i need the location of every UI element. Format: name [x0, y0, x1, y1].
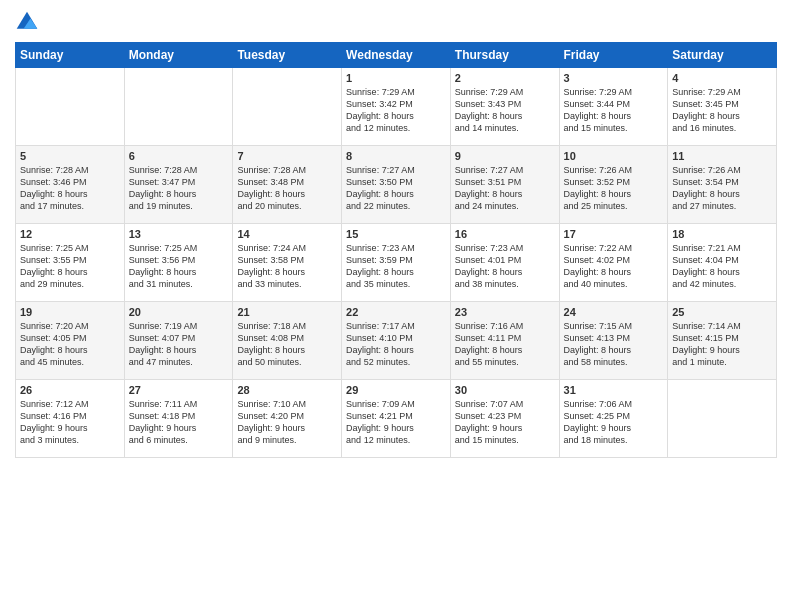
- day-info: Sunrise: 7:07 AM Sunset: 4:23 PM Dayligh…: [455, 398, 555, 447]
- week-row-5: 26Sunrise: 7:12 AM Sunset: 4:16 PM Dayli…: [16, 380, 777, 458]
- weekday-header-thursday: Thursday: [450, 43, 559, 68]
- day-cell: 30Sunrise: 7:07 AM Sunset: 4:23 PM Dayli…: [450, 380, 559, 458]
- day-number: 20: [129, 306, 229, 318]
- logo: [15, 10, 43, 34]
- day-number: 30: [455, 384, 555, 396]
- day-info: Sunrise: 7:25 AM Sunset: 3:55 PM Dayligh…: [20, 242, 120, 291]
- day-number: 12: [20, 228, 120, 240]
- day-cell: 3Sunrise: 7:29 AM Sunset: 3:44 PM Daylig…: [559, 68, 668, 146]
- day-cell: 5Sunrise: 7:28 AM Sunset: 3:46 PM Daylig…: [16, 146, 125, 224]
- day-info: Sunrise: 7:23 AM Sunset: 3:59 PM Dayligh…: [346, 242, 446, 291]
- day-info: Sunrise: 7:11 AM Sunset: 4:18 PM Dayligh…: [129, 398, 229, 447]
- day-number: 5: [20, 150, 120, 162]
- day-number: 23: [455, 306, 555, 318]
- day-cell: 13Sunrise: 7:25 AM Sunset: 3:56 PM Dayli…: [124, 224, 233, 302]
- day-info: Sunrise: 7:29 AM Sunset: 3:45 PM Dayligh…: [672, 86, 772, 135]
- day-number: 6: [129, 150, 229, 162]
- day-cell: 27Sunrise: 7:11 AM Sunset: 4:18 PM Dayli…: [124, 380, 233, 458]
- day-info: Sunrise: 7:28 AM Sunset: 3:48 PM Dayligh…: [237, 164, 337, 213]
- day-cell: 4Sunrise: 7:29 AM Sunset: 3:45 PM Daylig…: [668, 68, 777, 146]
- day-number: 2: [455, 72, 555, 84]
- day-number: 4: [672, 72, 772, 84]
- day-number: 15: [346, 228, 446, 240]
- week-row-2: 5Sunrise: 7:28 AM Sunset: 3:46 PM Daylig…: [16, 146, 777, 224]
- day-number: 11: [672, 150, 772, 162]
- day-cell: 12Sunrise: 7:25 AM Sunset: 3:55 PM Dayli…: [16, 224, 125, 302]
- day-cell: 25Sunrise: 7:14 AM Sunset: 4:15 PM Dayli…: [668, 302, 777, 380]
- day-cell: 8Sunrise: 7:27 AM Sunset: 3:50 PM Daylig…: [342, 146, 451, 224]
- day-info: Sunrise: 7:29 AM Sunset: 3:42 PM Dayligh…: [346, 86, 446, 135]
- day-info: Sunrise: 7:26 AM Sunset: 3:52 PM Dayligh…: [564, 164, 664, 213]
- day-info: Sunrise: 7:14 AM Sunset: 4:15 PM Dayligh…: [672, 320, 772, 369]
- day-info: Sunrise: 7:20 AM Sunset: 4:05 PM Dayligh…: [20, 320, 120, 369]
- day-number: 18: [672, 228, 772, 240]
- day-number: 17: [564, 228, 664, 240]
- day-info: Sunrise: 7:29 AM Sunset: 3:44 PM Dayligh…: [564, 86, 664, 135]
- day-cell: 24Sunrise: 7:15 AM Sunset: 4:13 PM Dayli…: [559, 302, 668, 380]
- day-cell: 22Sunrise: 7:17 AM Sunset: 4:10 PM Dayli…: [342, 302, 451, 380]
- day-cell: 28Sunrise: 7:10 AM Sunset: 4:20 PM Dayli…: [233, 380, 342, 458]
- day-cell: 18Sunrise: 7:21 AM Sunset: 4:04 PM Dayli…: [668, 224, 777, 302]
- day-info: Sunrise: 7:19 AM Sunset: 4:07 PM Dayligh…: [129, 320, 229, 369]
- weekday-header-row: SundayMondayTuesdayWednesdayThursdayFrid…: [16, 43, 777, 68]
- weekday-header-saturday: Saturday: [668, 43, 777, 68]
- day-cell: 17Sunrise: 7:22 AM Sunset: 4:02 PM Dayli…: [559, 224, 668, 302]
- day-cell: 2Sunrise: 7:29 AM Sunset: 3:43 PM Daylig…: [450, 68, 559, 146]
- week-row-1: 1Sunrise: 7:29 AM Sunset: 3:42 PM Daylig…: [16, 68, 777, 146]
- day-info: Sunrise: 7:28 AM Sunset: 3:47 PM Dayligh…: [129, 164, 229, 213]
- day-cell: 16Sunrise: 7:23 AM Sunset: 4:01 PM Dayli…: [450, 224, 559, 302]
- day-number: 19: [20, 306, 120, 318]
- day-number: 10: [564, 150, 664, 162]
- day-cell: 7Sunrise: 7:28 AM Sunset: 3:48 PM Daylig…: [233, 146, 342, 224]
- day-number: 3: [564, 72, 664, 84]
- weekday-header-friday: Friday: [559, 43, 668, 68]
- weekday-header-tuesday: Tuesday: [233, 43, 342, 68]
- day-info: Sunrise: 7:29 AM Sunset: 3:43 PM Dayligh…: [455, 86, 555, 135]
- weekday-header-sunday: Sunday: [16, 43, 125, 68]
- day-number: 9: [455, 150, 555, 162]
- day-number: 26: [20, 384, 120, 396]
- day-number: 13: [129, 228, 229, 240]
- day-number: 8: [346, 150, 446, 162]
- day-cell: [16, 68, 125, 146]
- day-info: Sunrise: 7:23 AM Sunset: 4:01 PM Dayligh…: [455, 242, 555, 291]
- day-cell: [233, 68, 342, 146]
- day-info: Sunrise: 7:27 AM Sunset: 3:51 PM Dayligh…: [455, 164, 555, 213]
- day-cell: 14Sunrise: 7:24 AM Sunset: 3:58 PM Dayli…: [233, 224, 342, 302]
- day-info: Sunrise: 7:15 AM Sunset: 4:13 PM Dayligh…: [564, 320, 664, 369]
- page: SundayMondayTuesdayWednesdayThursdayFrid…: [0, 0, 792, 612]
- day-number: 16: [455, 228, 555, 240]
- day-number: 1: [346, 72, 446, 84]
- day-cell: 20Sunrise: 7:19 AM Sunset: 4:07 PM Dayli…: [124, 302, 233, 380]
- day-info: Sunrise: 7:06 AM Sunset: 4:25 PM Dayligh…: [564, 398, 664, 447]
- header: [15, 10, 777, 34]
- day-info: Sunrise: 7:17 AM Sunset: 4:10 PM Dayligh…: [346, 320, 446, 369]
- day-cell: 21Sunrise: 7:18 AM Sunset: 4:08 PM Dayli…: [233, 302, 342, 380]
- day-number: 31: [564, 384, 664, 396]
- day-number: 24: [564, 306, 664, 318]
- day-info: Sunrise: 7:12 AM Sunset: 4:16 PM Dayligh…: [20, 398, 120, 447]
- day-info: Sunrise: 7:21 AM Sunset: 4:04 PM Dayligh…: [672, 242, 772, 291]
- day-number: 14: [237, 228, 337, 240]
- day-number: 27: [129, 384, 229, 396]
- day-info: Sunrise: 7:27 AM Sunset: 3:50 PM Dayligh…: [346, 164, 446, 213]
- day-cell: [668, 380, 777, 458]
- day-cell: 9Sunrise: 7:27 AM Sunset: 3:51 PM Daylig…: [450, 146, 559, 224]
- day-number: 29: [346, 384, 446, 396]
- day-number: 22: [346, 306, 446, 318]
- day-info: Sunrise: 7:28 AM Sunset: 3:46 PM Dayligh…: [20, 164, 120, 213]
- day-number: 25: [672, 306, 772, 318]
- logo-icon: [15, 10, 39, 34]
- day-info: Sunrise: 7:25 AM Sunset: 3:56 PM Dayligh…: [129, 242, 229, 291]
- day-cell: 15Sunrise: 7:23 AM Sunset: 3:59 PM Dayli…: [342, 224, 451, 302]
- day-number: 21: [237, 306, 337, 318]
- day-cell: [124, 68, 233, 146]
- day-cell: 10Sunrise: 7:26 AM Sunset: 3:52 PM Dayli…: [559, 146, 668, 224]
- day-cell: 1Sunrise: 7:29 AM Sunset: 3:42 PM Daylig…: [342, 68, 451, 146]
- day-info: Sunrise: 7:24 AM Sunset: 3:58 PM Dayligh…: [237, 242, 337, 291]
- weekday-header-monday: Monday: [124, 43, 233, 68]
- day-cell: 11Sunrise: 7:26 AM Sunset: 3:54 PM Dayli…: [668, 146, 777, 224]
- day-info: Sunrise: 7:26 AM Sunset: 3:54 PM Dayligh…: [672, 164, 772, 213]
- weekday-header-wednesday: Wednesday: [342, 43, 451, 68]
- day-number: 7: [237, 150, 337, 162]
